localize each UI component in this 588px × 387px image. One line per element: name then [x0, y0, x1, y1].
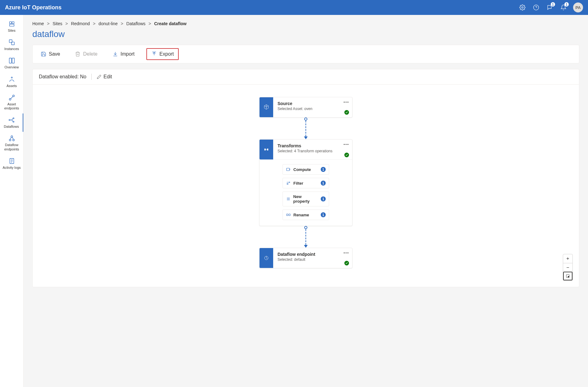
sidenav-label: Overview: [5, 65, 19, 69]
dataflows-icon: [8, 117, 15, 123]
feedback-icon[interactable]: 1: [546, 3, 554, 12]
export-button[interactable]: Export: [146, 48, 179, 60]
sidenav-item-sites[interactable]: Sites: [0, 17, 23, 36]
breadcrumb-home[interactable]: Home: [32, 21, 44, 26]
node-more-icon[interactable]: ···: [343, 250, 349, 256]
compute-icon: [286, 167, 291, 172]
save-button[interactable]: Save: [38, 49, 63, 59]
fit-to-screen-button[interactable]: [563, 272, 572, 280]
op-rename[interactable]: Rename 1: [283, 210, 329, 220]
node-source[interactable]: Source Selected Asset: oven ···: [259, 97, 352, 117]
op-label: Compute: [293, 167, 311, 172]
sidenav-label: Activity logs: [2, 166, 21, 170]
instances-icon: [8, 39, 15, 46]
edit-button[interactable]: Edit: [97, 74, 112, 80]
node-more-icon[interactable]: ···: [343, 99, 349, 106]
op-count: 1: [321, 167, 326, 172]
node-title: Source: [278, 101, 348, 106]
zoom-out-button[interactable]: −: [563, 263, 572, 272]
save-label: Save: [49, 51, 60, 57]
activity-logs-icon: [8, 158, 15, 164]
source-icon: [260, 97, 273, 117]
toolbar: Save Delete Import Export: [32, 45, 579, 63]
svg-rect-27: [264, 149, 265, 150]
edit-icon: [97, 74, 102, 79]
settings-icon[interactable]: [518, 3, 526, 12]
top-bar-actions: 1 1 PA: [518, 2, 583, 12]
svg-point-13: [9, 119, 10, 121]
save-icon: [41, 51, 46, 57]
breadcrumb-sep: >: [93, 21, 95, 26]
rename-icon: [286, 212, 291, 217]
svg-point-17: [9, 139, 11, 141]
op-compute[interactable]: Compute 1: [283, 164, 329, 175]
main-content: Home > Sites > Redmond > donut-line > Da…: [24, 15, 588, 387]
sidenav-item-instances[interactable]: Instances: [0, 36, 23, 54]
node-more-icon[interactable]: ···: [343, 141, 349, 148]
svg-point-18: [12, 139, 14, 141]
node-title: Dataflow endpoint: [278, 252, 348, 257]
delete-label: Delete: [83, 51, 97, 57]
status-check-icon: [344, 153, 349, 157]
sidenav-label: Sites: [8, 29, 15, 33]
info-divider: [91, 74, 92, 80]
delete-button: Delete: [72, 49, 100, 59]
edit-label: Edit: [103, 74, 112, 80]
breadcrumb-sep: >: [121, 21, 123, 26]
new-property-icon: [286, 196, 291, 201]
transforms-icon: [260, 140, 273, 159]
svg-point-15: [13, 121, 14, 122]
sidenav-item-activity-logs[interactable]: Activity logs: [0, 154, 23, 173]
sidenav-item-asset-endpoints[interactable]: Asset endpoints: [0, 91, 23, 113]
op-new-property[interactable]: New property 1: [283, 191, 329, 206]
sites-icon: [8, 21, 15, 27]
op-count: 1: [321, 212, 326, 217]
sidenav-label: Dataflows: [4, 125, 19, 129]
svg-point-35: [289, 182, 290, 183]
filter-icon: [286, 181, 291, 186]
sidenav-item-assets[interactable]: Assets: [0, 73, 23, 91]
asset-endpoints-icon: [8, 94, 15, 101]
svg-rect-40: [287, 214, 288, 215]
avatar[interactable]: PA: [573, 2, 583, 12]
transform-ops-list: Compute 1 Filter 1 New property 1: [260, 160, 352, 226]
breadcrumb-current: Create dataflow: [154, 21, 186, 26]
op-label: Filter: [293, 181, 303, 186]
node-transforms[interactable]: Transforms Selected: 4 Transform operati…: [259, 139, 352, 226]
op-label: New property: [293, 194, 319, 204]
import-icon: [113, 51, 118, 57]
info-bar: Dataflow enabled: No Edit: [32, 69, 579, 84]
node-subtitle: Selected Asset: oven: [278, 107, 348, 111]
import-label: Import: [121, 51, 135, 57]
node-title: Transforms: [278, 143, 348, 148]
svg-rect-4: [12, 22, 14, 24]
svg-rect-30: [287, 168, 289, 171]
breadcrumb-redmond[interactable]: Redmond: [71, 21, 90, 26]
svg-point-10: [11, 77, 12, 78]
sidenav-label: Dataflow endpoints: [1, 143, 22, 151]
help-icon[interactable]: [532, 3, 540, 12]
node-dataflow-endpoint[interactable]: Dataflow endpoint Selected: default ···: [259, 248, 352, 268]
op-count: 1: [321, 181, 326, 186]
breadcrumb-sep: >: [65, 21, 68, 26]
import-button[interactable]: Import: [109, 49, 138, 59]
breadcrumb-donut-line[interactable]: donut-line: [99, 21, 118, 26]
breadcrumb-dataflows[interactable]: Dataflows: [126, 21, 145, 26]
op-filter[interactable]: Filter 1: [283, 178, 329, 188]
zoom-in-button[interactable]: +: [563, 254, 572, 263]
svg-rect-5: [9, 24, 14, 26]
sidenav-label: Assets: [7, 84, 17, 88]
svg-point-14: [13, 118, 14, 119]
sidenav-item-overview[interactable]: Overview: [0, 54, 23, 72]
side-nav: Sites Instances Overview Assets Asset en…: [0, 15, 24, 387]
assets-icon: [8, 76, 15, 83]
sidenav-item-dataflow-endpoints[interactable]: Dataflow endpoints: [0, 132, 23, 154]
breadcrumb: Home > Sites > Redmond > donut-line > Da…: [32, 21, 579, 26]
node-subtitle: Selected: default: [278, 257, 348, 262]
sidenav-item-dataflows[interactable]: Dataflows: [0, 113, 23, 132]
connector: [305, 117, 306, 139]
notifications-icon[interactable]: 1: [559, 3, 567, 12]
svg-rect-41: [289, 214, 290, 215]
export-label: Export: [159, 51, 174, 57]
breadcrumb-sites[interactable]: Sites: [53, 21, 62, 26]
